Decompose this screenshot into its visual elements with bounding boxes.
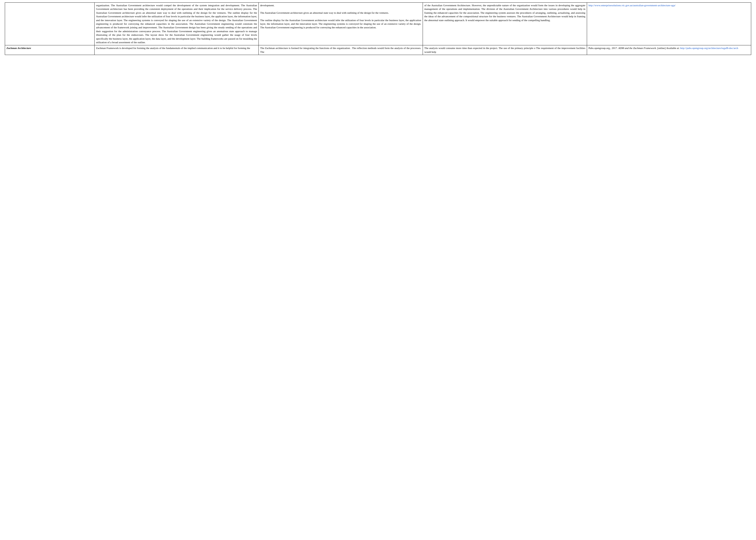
cell-col1-zachman: Zachman Framework is developed for formi… [94,45,259,55]
cell-col4-zachman: Pubs.opengroup.org,. 2017. ADM and the Z… [587,45,751,55]
page: organization. The Australian Government … [0,0,756,58]
cell-col4-1: http://www.enterprisesolutions.vic.gov.a… [587,3,751,45]
link-zachman[interactable]: http://pubs.opengroup.org/architecture/t… [680,47,738,50]
cell-col3-1: of the Australian Government Architectur… [423,3,587,45]
col2-text-2: The Australian Government architecture g… [260,11,389,14]
cell-col1-1: organization. The Australian Government … [94,3,259,45]
cell-col2-1: development. The Australian Government a… [259,3,423,45]
cell-title-1 [5,3,94,45]
zachman-ref-prefix: Pubs.opengroup.org,. 2017. [588,47,618,50]
cell-col2-zachman: The Zachman architecture is formed for i… [259,45,423,55]
table-row: organization. The Australian Government … [5,3,751,45]
main-table: organization. The Australian Government … [5,2,751,55]
col2-text-3: The outline display for the Australian G… [260,19,421,29]
cell-col3-zachman: The analysis would consume more time tha… [423,45,587,55]
cell-title-zachman: Zachman Architecture [5,45,94,55]
link-1[interactable]: http://www.enterprisesolutions.vic.gov.a… [588,4,676,7]
table-row-zachman: Zachman Architecture Zachman Framework i… [5,45,751,55]
zachman-ref-italic: ADM and the Zachman Framework [618,47,656,50]
col2-text-1: development. [260,4,275,7]
zachman-ref-suffix: . [online] Available at: [656,47,680,50]
